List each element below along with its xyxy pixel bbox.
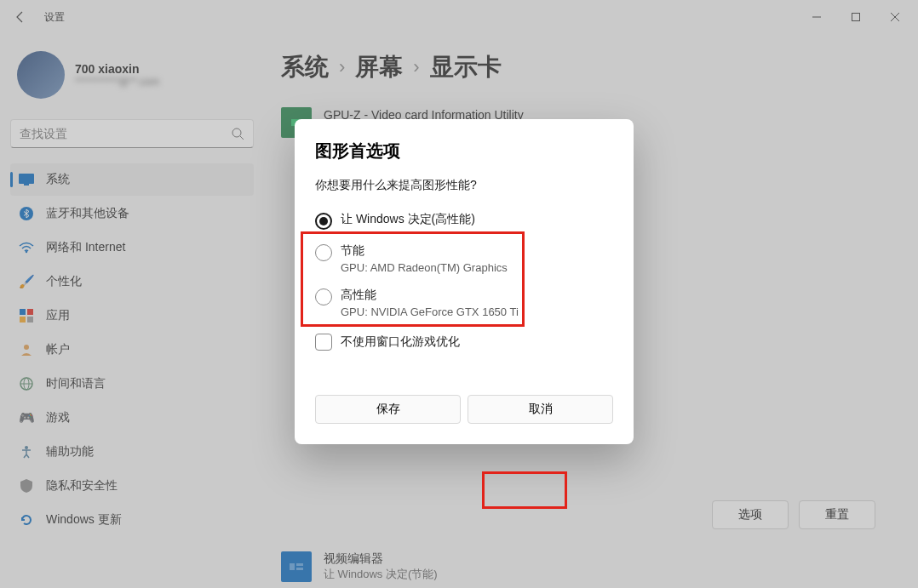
radio-let-windows-decide[interactable]: 让 Windows 决定(高性能) [315,207,613,235]
checkbox-windowed-games[interactable]: 不使用窗口化游戏优化 [315,334,613,351]
radio-desc: GPU: NVIDIA GeForce GTX 1650 Ti [341,305,519,318]
radio-label: 高性能 [341,288,519,303]
modal-overlay: 图形首选项 你想要用什么来提高图形性能? 让 Windows 决定(高性能) 节… [0,0,918,588]
radio-power-saving[interactable]: 节能 GPU: AMD Radeon(TM) Graphics [315,238,613,279]
radio-icon [315,244,332,261]
dialog-question: 你想要用什么来提高图形性能? [315,178,613,193]
radio-group: 让 Windows 决定(高性能) 节能 GPU: AMD Radeon(TM)… [315,207,613,323]
checkbox-icon [315,334,332,351]
radio-label: 节能 [341,243,508,259]
radio-high-performance[interactable]: 高性能 GPU: NVIDIA GeForce GTX 1650 Ti [315,283,613,323]
dialog-title: 图形首选项 [315,140,613,163]
radio-icon [315,213,332,230]
graphics-preference-dialog: 图形首选项 你想要用什么来提高图形性能? 让 Windows 决定(高性能) 节… [295,119,634,444]
cancel-button[interactable]: 取消 [468,395,613,424]
radio-icon [315,288,332,305]
radio-label: 让 Windows 决定(高性能) [341,212,475,227]
checkbox-label: 不使用窗口化游戏优化 [341,334,460,350]
save-button[interactable]: 保存 [315,395,461,424]
radio-desc: GPU: AMD Radeon(TM) Graphics [341,261,508,274]
